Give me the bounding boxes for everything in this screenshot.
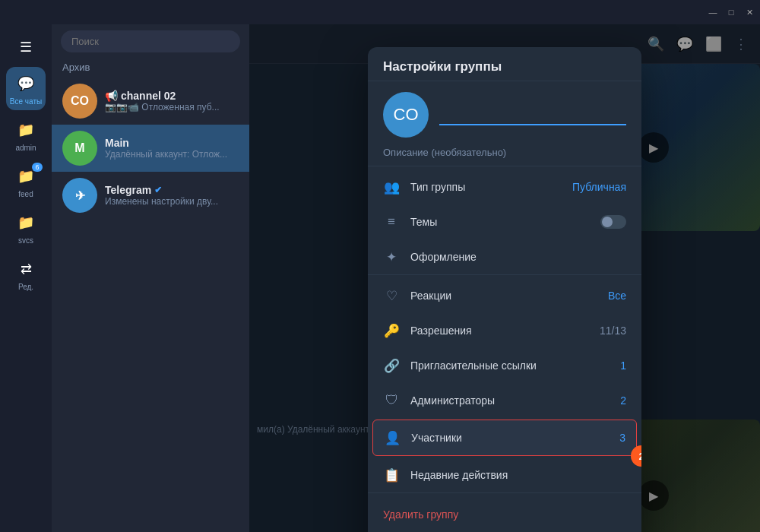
modal-row-themes[interactable]: ≡ Темы <box>368 204 641 239</box>
chat-preview-telegram: Изменены настройки дву... <box>105 196 239 207</box>
sidebar-item-feed[interactable]: 6 📁 feed <box>6 160 46 203</box>
modal-row-permissions[interactable]: 🔑 Разрешения 11/13 <box>368 313 641 348</box>
group-type-icon: 👥 <box>383 179 400 195</box>
divider-bottom <box>368 492 641 493</box>
sidebar-item-menu[interactable]: ☰ <box>6 30 46 64</box>
modal-row-reactions[interactable]: ♡ Реакции Все <box>368 278 641 313</box>
group-type-label: Тип группы <box>410 181 562 193</box>
admin-folder-icon: 📁 <box>14 118 38 142</box>
chat-item-telegram[interactable]: ✈ Telegram ✔ Изменены настройки дву... <box>52 172 249 219</box>
modal-footer: Удалить группу <box>368 496 641 532</box>
recent-actions-icon: 📋 <box>383 467 400 483</box>
reactions-icon: ♡ <box>383 287 400 304</box>
chat-preview-co: 📷📷📹 Отложенная пуб... <box>105 102 239 112</box>
modal-row-design[interactable]: ✦ Оформление <box>368 239 641 274</box>
permissions-label: Разрешения <box>410 325 589 337</box>
permissions-value: 11/13 <box>600 325 626 337</box>
chat-name-main: Main <box>105 137 239 149</box>
verified-icon: ✔ <box>154 185 162 195</box>
modal-row-group-type[interactable]: 👥 Тип группы Публичная <box>368 169 641 204</box>
menu-icon: ☰ <box>14 35 38 59</box>
feed-label: feed <box>18 190 33 198</box>
svcs-label: svcs <box>18 236 33 245</box>
sidebar-item-all-chats[interactable]: 💬 Все чаты <box>6 67 46 110</box>
sidebar-icons: ☰ 💬 Все чаты 📁 admin 6 📁 feed 📁 svcs ⇄ Р… <box>0 24 52 532</box>
broadcast-icon: 📢 <box>105 90 118 102</box>
chat-name-telegram: Telegram ✔ <box>105 184 239 196</box>
permissions-icon: 🔑 <box>383 322 400 339</box>
chat-list-panel: Архив CO 📢 channel 02 📷📷📹 Отложенная пуб… <box>52 24 249 532</box>
toggle-knob <box>602 217 613 227</box>
design-icon: ✦ <box>383 249 400 265</box>
main-content: 🔍 💬 ⬜ ⋮ ▶ ▶ 15:56 29 августа мил(а) Удал… <box>249 24 760 532</box>
members-icon: 👤 <box>384 429 401 446</box>
chat-info-main: Main Удалённый аккаунт: Отлож... <box>105 137 239 160</box>
delete-group-button[interactable]: Удалить группу <box>383 502 626 527</box>
admins-icon: 🛡 <box>383 392 400 409</box>
avatar-main: M <box>62 131 97 166</box>
feed-badge: 6 <box>32 163 43 172</box>
chat-info-telegram: Telegram ✔ Изменены настройки дву... <box>105 184 239 207</box>
avatar-telegram: ✈ <box>62 178 97 213</box>
modal-avatar-section: CO <box>368 81 641 144</box>
sidebar-item-svcs[interactable]: 📁 svcs <box>6 206 46 249</box>
all-chats-label: Все чаты <box>10 97 42 106</box>
modal-avatar: CO <box>383 92 429 138</box>
chat-item-main[interactable]: M Main Удалённый аккаунт: Отлож... <box>52 125 249 172</box>
archive-label: Архив <box>52 59 249 78</box>
themes-icon: ≡ <box>383 214 400 230</box>
admins-value: 2 <box>620 394 626 407</box>
close-button[interactable]: ✕ <box>745 8 754 17</box>
members-label: Участники <box>411 432 609 444</box>
group-type-value: Публичная <box>572 181 626 193</box>
admin-label: admin <box>15 144 36 152</box>
description-label: Описание (необязательно) <box>368 144 641 166</box>
maximize-button[interactable]: □ <box>727 8 736 17</box>
group-name-input[interactable] <box>439 105 626 125</box>
avatar-co: CO <box>62 84 97 119</box>
title-bar: — □ ✕ <box>0 0 760 24</box>
search-bar <box>52 24 249 59</box>
reactions-label: Реакции <box>410 290 597 302</box>
sidebar-item-edit[interactable]: ⇄ Ред. <box>6 252 46 296</box>
settings-modal: Настройки группы CO Описание (необязател… <box>368 47 641 532</box>
sidebar-item-admin[interactable]: 📁 admin <box>6 113 46 157</box>
reactions-value: Все <box>608 290 626 302</box>
design-label: Оформление <box>410 251 626 263</box>
modal-overlay: Настройки группы CO Описание (необязател… <box>249 24 760 532</box>
chat-item-co[interactable]: CO 📢 channel 02 📷📷📹 Отложенная пуб... <box>52 78 249 125</box>
invite-links-value: 1 <box>620 359 626 372</box>
app-container: ☰ 💬 Все чаты 📁 admin 6 📁 feed 📁 svcs ⇄ Р… <box>0 24 760 532</box>
members-value: 3 <box>619 432 625 444</box>
edit-icon: ⇄ <box>14 257 38 281</box>
minimize-button[interactable]: — <box>708 8 717 17</box>
search-input[interactable] <box>61 30 240 52</box>
divider-top <box>368 166 641 166</box>
themes-label: Темы <box>410 216 590 228</box>
chat-info-co: 📢 channel 02 📷📷📹 Отложенная пуб... <box>105 90 239 112</box>
recent-actions-label: Недавние действия <box>410 469 626 481</box>
modal-row-recent-actions[interactable]: 📋 Недавние действия <box>368 458 641 492</box>
admins-label: Администраторы <box>410 394 610 407</box>
modal-title: Настройки группы <box>368 47 641 81</box>
chat-name-co: 📢 channel 02 <box>105 90 239 102</box>
edit-label: Ред. <box>18 283 33 291</box>
chat-preview-main: Удалённый аккаунт: Отлож... <box>105 149 239 160</box>
invite-links-icon: 🔗 <box>383 357 400 374</box>
all-chats-icon: 💬 <box>14 71 38 96</box>
divider-mid <box>368 274 641 275</box>
themes-toggle[interactable] <box>600 215 626 229</box>
modal-row-admins[interactable]: 🛡 Администраторы 2 <box>368 383 641 418</box>
modal-row-members[interactable]: 👤 Участники 3 <box>372 420 637 456</box>
svcs-folder-icon: 📁 <box>14 211 38 235</box>
invite-links-label: Пригласительные ссылки <box>410 359 610 372</box>
modal-row-invite-links[interactable]: 🔗 Пригласительные ссылки 1 <box>368 348 641 383</box>
